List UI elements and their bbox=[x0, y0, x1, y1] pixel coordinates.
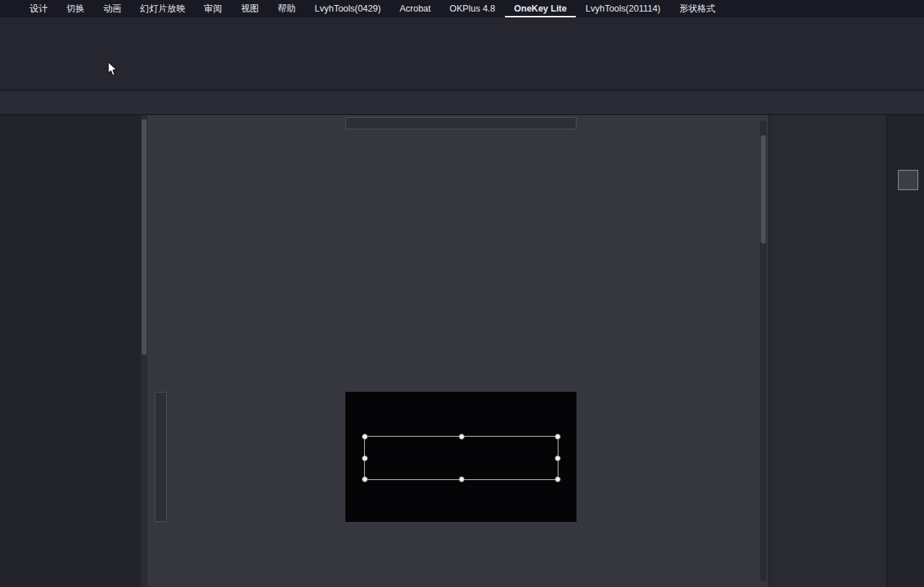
ribbon-tab-5[interactable]: 视图 bbox=[232, 0, 269, 17]
ribbon-tab-6[interactable]: 帮助 bbox=[269, 0, 306, 17]
ribbon bbox=[0, 17, 924, 90]
selected-text-box[interactable] bbox=[364, 436, 558, 480]
ribbon-tab-3[interactable]: 幻灯片放映 bbox=[131, 0, 195, 17]
selection-handle-top[interactable] bbox=[459, 434, 465, 440]
ribbon-tab-9[interactable]: OKPlus 4.8 bbox=[440, 0, 504, 17]
format-settings-panel bbox=[886, 115, 924, 587]
ribbon-tab-2[interactable]: 动画 bbox=[94, 0, 131, 17]
slide-editing-area[interactable] bbox=[345, 392, 577, 522]
thumbnail-scrollbar[interactable] bbox=[141, 115, 147, 587]
selection-handle-bottom-left[interactable] bbox=[362, 476, 368, 482]
vertical-ruler bbox=[155, 392, 167, 522]
ribbon-tab-4[interactable]: 审阅 bbox=[195, 0, 232, 17]
ribbon-tab-bar: 设计切换动画幻灯片放映审阅视图帮助LvyhTools(0429)AcrobatO… bbox=[0, 0, 924, 17]
canvas-scrollbar-thumb[interactable] bbox=[761, 135, 766, 244]
slide-title-text[interactable] bbox=[365, 437, 558, 479]
selection-handle-top-left[interactable] bbox=[362, 434, 368, 440]
slide-canvas bbox=[147, 115, 769, 587]
selection-handle-bottom[interactable] bbox=[459, 476, 465, 482]
quick-toolbar bbox=[0, 90, 924, 115]
fill-line-tab-button[interactable] bbox=[898, 170, 918, 190]
selection-handle-top-right[interactable] bbox=[555, 434, 561, 440]
mouse-cursor bbox=[108, 62, 118, 77]
selection-handle-left[interactable] bbox=[362, 455, 368, 461]
ribbon-tab-10[interactable]: OneKey Lite bbox=[505, 0, 577, 17]
ribbon-tab-8[interactable]: Acrobat bbox=[390, 0, 440, 17]
canvas-scrollbar[interactable] bbox=[760, 121, 767, 581]
ribbon-tab-12[interactable]: 形状格式 bbox=[670, 0, 725, 17]
main-area bbox=[0, 115, 924, 587]
ribbon-tab-11[interactable]: LvyhTools(201114) bbox=[576, 0, 670, 17]
ribbon-tab-0[interactable]: 设计 bbox=[20, 0, 57, 17]
ribbon-tab-7[interactable]: LvyhTools(0429) bbox=[306, 0, 391, 17]
ribbon-tab-1[interactable]: 切换 bbox=[57, 0, 94, 17]
selection-handle-bottom-right[interactable] bbox=[555, 476, 561, 482]
horizontal-ruler bbox=[345, 117, 577, 129]
application-window: 设计切换动画幻灯片放映审阅视图帮助LvyhTools(0429)AcrobatO… bbox=[0, 0, 924, 587]
thumbnail-scrollbar-thumb[interactable] bbox=[142, 119, 147, 355]
selection-handle-right[interactable] bbox=[555, 455, 561, 461]
design-tools-panel bbox=[769, 115, 886, 587]
slide-thumbnail-panel bbox=[0, 115, 141, 587]
